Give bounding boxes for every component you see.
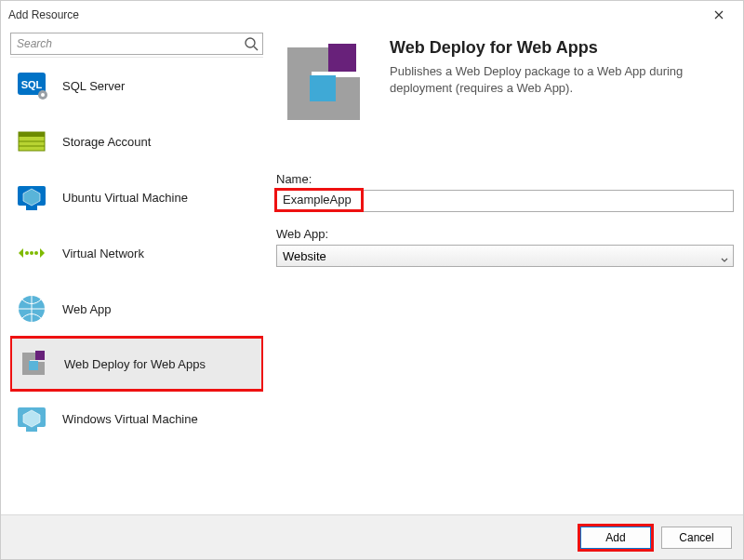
resource-item-storage-account[interactable]: Storage Account [10, 113, 263, 169]
add-button[interactable]: Add [580, 527, 651, 549]
resource-item-label: Virtual Network [62, 247, 144, 260]
detail-description: Publishes a Web Deploy package to a Web … [390, 63, 697, 96]
svg-point-0 [246, 38, 255, 47]
detail-title: Web Deploy for Web Apps [390, 38, 697, 58]
resource-item-label: Storage Account [62, 135, 151, 149]
web-deploy-icon [16, 346, 51, 381]
dialog-body: SQL SQL Server Storage Account Ubuntu Vi… [1, 29, 743, 514]
name-input[interactable] [277, 191, 361, 209]
resource-item-web-deploy[interactable]: Web Deploy for Web Apps [10, 336, 263, 392]
cancel-button[interactable]: Cancel [661, 527, 732, 549]
svg-rect-24 [328, 44, 356, 72]
resource-item-ubuntu-vm[interactable]: Ubuntu Virtual Machine [10, 169, 263, 225]
svg-point-15 [34, 251, 38, 255]
svg-point-14 [30, 251, 33, 255]
webapp-select-wrap: Website [276, 245, 734, 267]
name-row: Name: [276, 172, 734, 212]
resource-item-web-app[interactable]: Web App [10, 281, 263, 337]
close-button[interactable] [700, 2, 737, 28]
resource-item-label: Web Deploy for Web Apps [64, 357, 206, 371]
svg-rect-7 [19, 132, 45, 137]
titlebar: Add Resource [1, 1, 743, 29]
svg-point-13 [25, 251, 29, 255]
windows-vm-icon [14, 401, 49, 436]
left-panel: SQL SQL Server Storage Account Ubuntu Vi… [10, 33, 263, 505]
search-box [10, 33, 263, 55]
close-icon [714, 7, 724, 23]
resource-list: SQL SQL Server Storage Account Ubuntu Vi… [10, 57, 263, 505]
search-icon [244, 36, 259, 51]
dialog-window: Add Resource SQL SQL Server [0, 0, 744, 560]
resource-item-windows-vm[interactable]: Windows Virtual Machine [10, 391, 263, 447]
webapp-select[interactable]: Website [276, 245, 734, 267]
search-input[interactable] [11, 33, 262, 54]
web-deploy-icon [276, 38, 369, 131]
storage-icon [14, 124, 49, 159]
ubuntu-vm-icon [14, 180, 49, 215]
detail-panel: Web Deploy for Web Apps Publishes a Web … [276, 33, 734, 505]
svg-rect-20 [29, 361, 38, 370]
webapp-select-value: Website [283, 249, 326, 263]
web-app-icon [14, 291, 49, 327]
svg-rect-11 [26, 206, 37, 210]
window-title: Add Resource [8, 8, 79, 21]
svg-point-5 [41, 93, 45, 97]
name-label: Name: [276, 172, 734, 186]
virtual-network-icon [14, 235, 49, 271]
svg-line-1 [254, 47, 258, 50]
sql-server-icon: SQL [14, 68, 49, 103]
resource-item-label: SQL Server [62, 79, 125, 93]
resource-item-label: Web App [62, 302, 112, 316]
svg-rect-27 [310, 75, 336, 101]
chevron-down-icon [721, 252, 728, 266]
dialog-footer: Add Cancel [1, 514, 743, 559]
resource-item-virtual-network[interactable]: Virtual Network [10, 225, 263, 281]
svg-rect-17 [35, 351, 45, 360]
resource-item-sql-server[interactable]: SQL SQL Server [10, 58, 263, 113]
detail-text: Web Deploy for Web Apps Publishes a Web … [390, 38, 697, 131]
webapp-label: Web App: [276, 227, 734, 241]
name-input-wrap [276, 190, 734, 212]
resource-item-label: Ubuntu Virtual Machine [62, 191, 188, 205]
webapp-row: Web App: Website [276, 227, 734, 267]
detail-header: Web Deploy for Web Apps Publishes a Web … [276, 38, 734, 131]
svg-rect-22 [26, 427, 37, 432]
svg-text:SQL: SQL [21, 79, 43, 90]
detail-form: Name: Web App: Website [276, 172, 734, 282]
resource-item-label: Windows Virtual Machine [62, 412, 198, 426]
add-button-highlight: Add [578, 524, 654, 552]
name-highlight [274, 188, 364, 212]
